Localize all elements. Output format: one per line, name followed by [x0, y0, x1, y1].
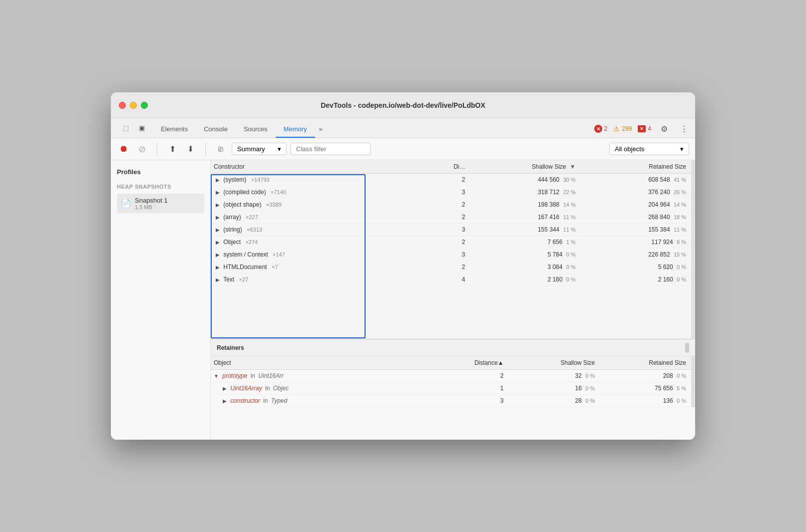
retainer-row[interactable]: ▼ prototype in Uint16Arr 2 32 0 %: [211, 370, 691, 382]
ret-col-distance[interactable]: Distance▲: [451, 356, 508, 370]
table-row[interactable]: ▶ (array) ×227 2 167 416 11 %: [211, 211, 691, 224]
all-objects-label: All objects: [615, 145, 644, 153]
class-filter-input[interactable]: [291, 143, 371, 155]
stop-button[interactable]: ⊘: [135, 142, 149, 156]
cell-retained: 2 160 0 %: [581, 273, 691, 286]
tab-sources[interactable]: Sources: [236, 121, 276, 138]
settings-button[interactable]: ⚙: [657, 122, 671, 136]
cell-retained: 155 384 11 %: [581, 224, 691, 236]
col-constructor[interactable]: Constructor: [211, 160, 432, 174]
error-badge[interactable]: ✕ 2: [594, 125, 608, 133]
maximize-button[interactable]: [141, 102, 148, 109]
expand-icon[interactable]: ▶: [216, 202, 220, 208]
table-body: ▶ (system) ×14793 2 444 560 30 %: [211, 174, 691, 286]
retainer-row[interactable]: ▶ Uint16Array in Objec 1 16 0 %: [211, 382, 691, 395]
table-row[interactable]: ▶ (string) ×6313 3 155 344 11 %: [211, 224, 691, 236]
cell-shallow: 318 712 22 %: [470, 186, 580, 199]
expand-icon[interactable]: ▶: [223, 398, 227, 404]
constructor-table: Constructor Di… Shallow Size ▼: [211, 160, 691, 286]
cell-constructor: ▶ (string) ×6313: [211, 224, 432, 236]
ret-cell-shallow: 32 0 %: [508, 370, 600, 382]
expand-icon[interactable]: ▶: [216, 215, 220, 220]
ret-cell-retained: 75 656 5 %: [600, 382, 691, 395]
table-row[interactable]: ▶ (system) ×14793 2 444 560 30 %: [211, 174, 691, 186]
ret-cell-retained: 208 0 %: [600, 370, 691, 382]
table-row[interactable]: ▶ Text ×27 4 2 160 0 % 2 1: [211, 273, 691, 286]
col-retained-size[interactable]: Retained Size: [581, 160, 691, 174]
retainer-row[interactable]: ▶ constructor in Typed 3 28 0 %: [211, 395, 691, 407]
tab-overflow[interactable]: »: [315, 121, 327, 138]
cell-shallow: 198 388 14 %: [470, 199, 580, 211]
expand-icon[interactable]: ▶: [216, 190, 220, 195]
col-distance[interactable]: Di…: [432, 160, 470, 174]
scrollbar-heap[interactable]: [691, 160, 695, 340]
ret-col-object[interactable]: Object: [211, 356, 451, 370]
close-button[interactable]: [119, 102, 126, 109]
snapshot-file-icon: 📄: [121, 199, 131, 208]
expand-icon[interactable]: ▶: [216, 252, 220, 258]
traffic-lights: [119, 102, 148, 109]
table-row[interactable]: ▶ HTMLDocument ×7 2 3 084 0 %: [211, 261, 691, 273]
expand-icon[interactable]: ▶: [223, 386, 227, 391]
heap-table[interactable]: Constructor Di… Shallow Size ▼: [211, 160, 691, 340]
summary-dropdown[interactable]: Summary ▾: [232, 143, 287, 155]
record-button[interactable]: ⏺: [117, 142, 131, 156]
info-icon: ✕: [638, 125, 646, 132]
snapshot-name: Snapshot 1: [135, 197, 168, 204]
titlebar: DevTools - codepen.io/web-dot-dev/live/P…: [111, 92, 695, 118]
expand-icon[interactable]: ▶: [216, 177, 220, 183]
warning-count: 299: [622, 125, 632, 132]
upload-button[interactable]: ⬆: [165, 142, 179, 156]
cell-shallow: 2 160 0 %: [470, 273, 580, 286]
info-count: 4: [648, 125, 651, 132]
expand-icon[interactable]: ▶: [216, 265, 220, 270]
expand-icon[interactable]: ▼: [214, 373, 219, 379]
warning-badge[interactable]: ⚠ 299: [613, 125, 632, 133]
expand-icon[interactable]: ▶: [216, 227, 220, 233]
cell-distance: 3: [432, 224, 470, 236]
retainers-table-container[interactable]: Object Distance▲ Shallow Size: [211, 356, 691, 407]
cell-constructor: ▶ (system) ×14793: [211, 174, 432, 186]
cell-distance: 3: [432, 249, 470, 261]
minimize-button[interactable]: [130, 102, 137, 109]
ret-cell-object: ▶ Uint16Array in Objec: [211, 382, 451, 395]
expand-icon[interactable]: ▶: [216, 240, 220, 245]
table-row[interactable]: ▶ Object ×274 2 7 656 1 %: [211, 236, 691, 249]
table-row[interactable]: ▶ (compiled code) ×7140 3 318 712 22 %: [211, 186, 691, 199]
cell-shallow: 167 416 11 %: [470, 211, 580, 224]
expand-icon[interactable]: ▶: [216, 277, 220, 282]
error-icon: ✕: [594, 125, 602, 133]
tab-console[interactable]: Console: [196, 121, 236, 138]
table-row[interactable]: ▶ system / Context ×147 3 5 784 0 %: [211, 249, 691, 261]
cell-constructor: ▶ Object ×274: [211, 236, 432, 249]
clear-button[interactable]: ⎚: [214, 142, 228, 156]
cell-constructor: ▶ system / Context ×147: [211, 249, 432, 261]
cell-retained: 608 548 41 %: [581, 174, 691, 186]
cell-distance: 2: [432, 174, 470, 186]
ret-col-shallow[interactable]: Shallow Size: [508, 356, 600, 370]
retainers-wrapper: Object Distance▲ Shallow Size: [211, 356, 695, 407]
table-row[interactable]: ▶ (object shape) ×3389 2 198 388 14 %: [211, 199, 691, 211]
inspect-icon[interactable]: ⬚: [119, 121, 133, 135]
ret-col-retained[interactable]: Retained Size: [600, 356, 691, 370]
cell-constructor: ▶ (compiled code) ×7140: [211, 186, 432, 199]
all-objects-dropdown[interactable]: All objects ▾: [609, 143, 689, 155]
tab-memory[interactable]: Memory: [276, 121, 315, 138]
cell-retained: 226 852 15 %: [581, 249, 691, 261]
info-badge[interactable]: ✕ 4: [638, 125, 651, 132]
scrollbar-retainers[interactable]: [691, 356, 695, 407]
retainers-table: Object Distance▲ Shallow Size: [211, 356, 691, 407]
col-shallow-size[interactable]: Shallow Size ▼: [470, 160, 580, 174]
snapshot-item[interactable]: 📄 Snapshot 1 1.5 MB: [117, 194, 204, 213]
cell-distance: 2: [432, 199, 470, 211]
cell-distance: 2: [432, 236, 470, 249]
heap-snapshots-label: HEAP SNAPSHOTS: [117, 184, 204, 190]
cell-constructor: ▶ Text ×27: [211, 273, 432, 286]
device-icon[interactable]: ▣: [135, 121, 149, 135]
separator-1: [157, 142, 157, 156]
tab-elements[interactable]: Elements: [153, 121, 196, 138]
download-button[interactable]: ⬇: [183, 142, 197, 156]
ret-cell-shallow: 16 0 %: [508, 382, 600, 395]
summary-chevron-icon: ▾: [278, 145, 281, 153]
more-button[interactable]: ⋮: [677, 122, 691, 136]
